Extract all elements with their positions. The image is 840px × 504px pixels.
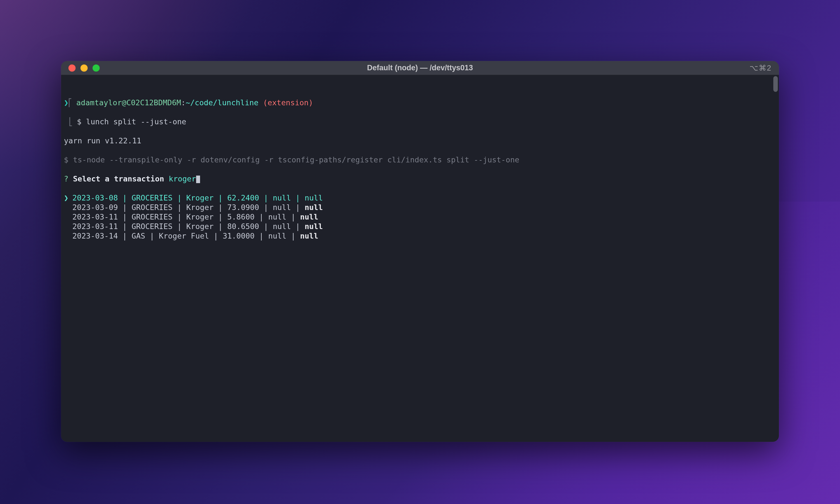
sep: : — [181, 98, 186, 107]
null-value: null — [304, 194, 323, 202]
list-item[interactable]: 2023-03-09 | GROCERIES | Kroger | 73.090… — [64, 203, 777, 212]
list-item[interactable]: ❯ 2023-03-08 | GROCERIES | Kroger | 62.2… — [64, 193, 777, 203]
user-host: adamtaylor@C02C12BDMD6M — [76, 98, 181, 107]
window-title: Default (node) — /dev/ttys013 — [367, 64, 473, 72]
bracket-bottom-icon: ⎣ — [68, 117, 72, 127]
traffic-lights — [61, 65, 100, 72]
window-shortcut: ⌥⌘2 — [750, 64, 772, 73]
bracket-top-icon: ⎡ — [68, 98, 72, 108]
chevron-right-icon — [64, 203, 68, 212]
git-branch: (extension) — [263, 98, 313, 107]
chevron-right-icon: ❯ — [64, 193, 68, 203]
prompt-caret-icon: ❯ — [64, 98, 68, 108]
list-item[interactable]: 2023-03-14 | GAS | Kroger Fuel | 31.0000… — [64, 231, 777, 241]
null-value: null — [304, 203, 323, 212]
transaction-list[interactable]: ❯ 2023-03-08 | GROCERIES | Kroger | 62.2… — [64, 193, 777, 241]
chevron-right-icon — [64, 222, 68, 231]
minimize-icon[interactable] — [81, 65, 88, 72]
ts-command: ts-node --transpile-only -r dotenv/confi… — [73, 156, 520, 164]
chevron-right-icon — [64, 231, 68, 241]
scrollbar[interactable] — [773, 76, 778, 92]
ts-prefix: $ — [64, 156, 73, 164]
list-item-body: 2023-03-08 | GROCERIES | Kroger | 62.240… — [68, 194, 304, 202]
command: lunch split --just-one — [86, 117, 186, 126]
list-item-body: 2023-03-11 | GROCERIES | Kroger | 5.8600… — [68, 213, 300, 221]
cwd: ~/code/lunchline — [186, 98, 258, 107]
null-value: null — [300, 232, 318, 240]
close-icon[interactable] — [68, 65, 76, 72]
cursor-icon — [196, 176, 200, 183]
command-prefix: $ — [77, 117, 86, 126]
question-text: Select a transaction — [73, 175, 164, 183]
terminal-body[interactable]: ❯⎡ adamtaylor@C02C12BDMD6M:~/code/lunchl… — [61, 75, 779, 442]
list-item-body: 2023-03-14 | GAS | Kroger Fuel | 31.0000… — [68, 232, 300, 240]
null-value: null — [304, 222, 323, 231]
question-mark: ? — [64, 175, 68, 183]
yarn-output: yarn run v1.22.11 — [64, 136, 777, 146]
list-item-body: 2023-03-09 | GROCERIES | Kroger | 73.090… — [68, 203, 304, 212]
list-item[interactable]: 2023-03-11 | GROCERIES | Kroger | 5.8600… — [64, 212, 777, 222]
terminal-window: Default (node) — /dev/ttys013 ⌥⌘2 ❯⎡ ada… — [61, 61, 779, 442]
maximize-icon[interactable] — [92, 65, 100, 72]
list-item[interactable]: 2023-03-11 | GROCERIES | Kroger | 80.650… — [64, 222, 777, 231]
search-input[interactable]: kroger — [169, 175, 196, 183]
list-item-body: 2023-03-11 | GROCERIES | Kroger | 80.650… — [68, 222, 304, 231]
chevron-right-icon — [64, 212, 68, 222]
null-value: null — [300, 213, 318, 221]
title-bar: Default (node) — /dev/ttys013 ⌥⌘2 — [61, 61, 779, 75]
